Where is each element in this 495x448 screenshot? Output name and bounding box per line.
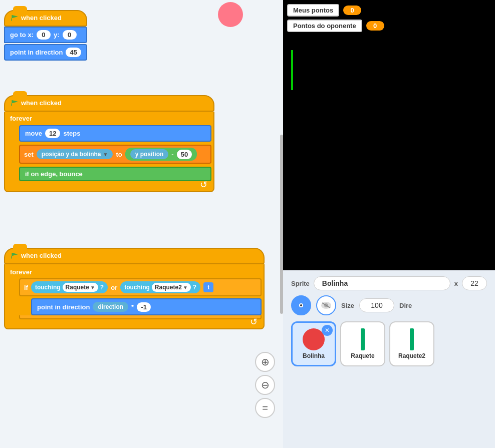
hat-block-1[interactable]: when clicked	[4, 10, 87, 27]
svg-point-2	[300, 304, 302, 306]
zoom-out-button[interactable]: ⊖	[255, 375, 275, 395]
sprite-list: ✕ Bolinha Raquete Raquete2	[291, 321, 487, 366]
pink-ball-decoration	[218, 2, 243, 27]
sprite-name-input[interactable]	[314, 276, 450, 290]
code-panel: when clicked go to x: 0 y: 0 point in di…	[0, 0, 283, 448]
fit-icon: =	[262, 402, 268, 414]
zoom-out-icon: ⊖	[261, 379, 270, 391]
zoom-in-button[interactable]: ⊕	[255, 352, 275, 372]
sprite-name-raquete: Raquete	[351, 352, 374, 359]
flag-icon-3	[11, 253, 18, 259]
sprite-info-row: Sprite x	[291, 276, 487, 290]
stage-line	[291, 50, 293, 90]
sprite-name-raquete2: Raquete2	[398, 352, 425, 359]
var-reporter[interactable]: posição y da bolinha ▼	[37, 149, 113, 159]
x-coord-label: x	[454, 280, 458, 287]
eye-icon	[296, 302, 306, 309]
raquete-bar-icon	[361, 328, 365, 350]
hud-label-pontos-oponente: Pontos do oponente	[287, 20, 362, 32]
sprite-panel: Sprite x S	[283, 270, 495, 448]
block-group-3: when clicked forever if touching Raquet	[4, 248, 265, 329]
sprite-label: Sprite	[291, 280, 310, 287]
edge-bounce-block[interactable]: if on edge, bounce	[19, 167, 211, 181]
or-label: or	[111, 284, 117, 291]
loop-end-1: ↺	[7, 182, 211, 191]
sprite-item-raquete2[interactable]: Raquete2	[389, 321, 434, 366]
goto-block[interactable]: go to x: 0 y: 0	[4, 27, 87, 43]
multiply-val[interactable]: -1	[137, 302, 151, 312]
fit-button[interactable]: =	[255, 398, 275, 418]
hat-label-2: when clicked	[21, 99, 62, 107]
operator-val[interactable]: 50	[177, 150, 192, 159]
move-steps-input[interactable]: 12	[45, 129, 60, 138]
hud-value-pontos-oponente: 0	[366, 21, 384, 31]
raquete-dropdown-2[interactable]: Raquete2 ▼	[152, 283, 191, 292]
block-group-2: when clicked forever move 12 steps	[4, 95, 214, 192]
goto-y-input[interactable]: 0	[63, 30, 77, 40]
forever-label: forever	[10, 115, 32, 122]
extra-block-hint: t	[203, 282, 213, 292]
flag-icon-2	[11, 100, 18, 106]
zoom-controls: ⊕ ⊖ =	[255, 352, 275, 418]
size-label: Size	[341, 302, 354, 309]
touching-label-2: touching	[124, 284, 150, 291]
forever-c-block-2: forever if touching Raquete ▼ ?	[4, 264, 265, 329]
hat-label-1: when clicked	[21, 14, 62, 22]
dir-label: Dire	[399, 302, 412, 309]
y-position-reporter[interactable]: y position	[130, 149, 169, 159]
hat-block-2[interactable]: when clicked	[4, 95, 214, 112]
sprite-item-raquete[interactable]: Raquete	[340, 321, 385, 366]
sprite-delete-bolinha[interactable]: ✕	[322, 325, 333, 336]
hat-block-3[interactable]: when clicked	[4, 248, 265, 264]
raquete-dropdown-1[interactable]: Raquete ▼	[63, 283, 98, 292]
zoom-in-icon: ⊕	[261, 356, 270, 368]
flag-icon-1	[11, 15, 18, 21]
hud-value-meus-pontos: 0	[343, 6, 361, 15]
sprite-item-bolinha[interactable]: ✕ Bolinha	[291, 321, 336, 366]
show-button[interactable]	[291, 295, 311, 315]
direction-input-1[interactable]: 45	[66, 48, 81, 57]
hide-button[interactable]	[316, 295, 336, 315]
if-block[interactable]: if touching Raquete ▼ ? or touch	[19, 278, 262, 296]
hud-row-2: Pontos do oponente 0	[287, 20, 491, 32]
direction-block-1[interactable]: point in direction 45	[4, 44, 87, 61]
loop-end-2: ↺	[7, 319, 262, 328]
point-direction-block[interactable]: point in direction direction * -1	[31, 298, 262, 315]
var-dropdown-arrow: ▼	[103, 152, 108, 157]
goto-x-input[interactable]: 0	[37, 30, 51, 40]
touching-block-1[interactable]: touching Raquete ▼ ?	[31, 281, 108, 293]
stage-hud: Meus pontos 0 Pontos do oponente 0	[283, 0, 495, 36]
forever-c-block: forever move 12 steps set posição y da b…	[4, 112, 214, 192]
touching-block-2[interactable]: touching Raquete2 ▼ ?	[120, 281, 200, 293]
set-block[interactable]: set posição y da bolinha ▼ to y position…	[19, 145, 211, 164]
direction-reporter[interactable]: direction	[93, 302, 128, 312]
sprite-name-bolinha: Bolinha	[303, 352, 325, 359]
right-panel: Meus pontos 0 Pontos do oponente 0 Sprit…	[283, 0, 495, 448]
touching-label-1: touching	[35, 284, 61, 291]
operator-block[interactable]: y position - 50	[125, 148, 197, 161]
sprite-props-row: Size Dire	[291, 295, 487, 315]
eye-crossed-icon	[321, 302, 331, 309]
forever-label-2: forever	[10, 268, 32, 276]
hud-label-meus-pontos: Meus pontos	[287, 4, 339, 17]
x-coord-input[interactable]	[462, 276, 487, 290]
stage-area: Meus pontos 0 Pontos do oponente 0	[283, 0, 495, 270]
block-group-1: when clicked go to x: 0 y: 0 point in di…	[4, 10, 87, 62]
hat-label-3: when clicked	[21, 252, 62, 259]
hud-row-1: Meus pontos 0	[287, 4, 491, 17]
size-input[interactable]	[359, 298, 394, 312]
move-block[interactable]: move 12 steps	[19, 125, 211, 142]
raquete2-bar-icon	[410, 328, 414, 350]
